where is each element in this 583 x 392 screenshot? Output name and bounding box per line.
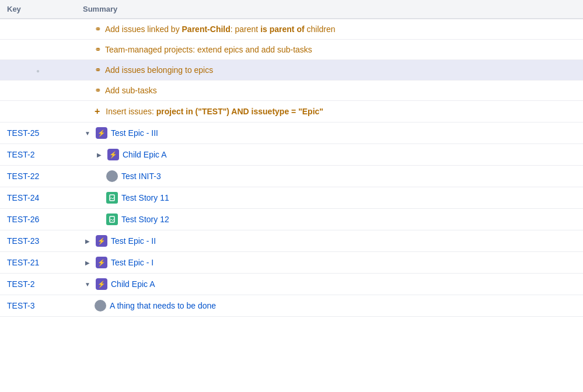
table-row: TEST-25 ▼ ⚡ Test Epic - III bbox=[0, 123, 583, 144]
info-row-subtasks: ⚭ Add sub-tasks bbox=[0, 80, 583, 101]
summary-cell-test25: ▼ ⚡ Test Epic - III bbox=[76, 123, 583, 144]
info-cell-2: ⚭ Team-managed projects: extend epics an… bbox=[76, 40, 583, 60]
info-cell-4: ⚭ Add sub-tasks bbox=[76, 80, 583, 101]
issue-key-test2a[interactable]: TEST-2 bbox=[0, 144, 76, 166]
chevron-right-icon-test23[interactable]: ▶ bbox=[83, 238, 92, 244]
insert-text: Insert issues: project in ("TEST") AND i… bbox=[106, 107, 323, 116]
summary-cell-test26: Test Story 12 bbox=[76, 209, 583, 230]
summary-cell-test3: A thing that needs to be done bbox=[76, 295, 583, 317]
chain-link-icon-1: ⚭ bbox=[95, 24, 102, 34]
chevron-down-icon-test2b[interactable]: ▼ bbox=[83, 281, 92, 288]
plus-icon: + bbox=[95, 106, 100, 117]
info-text-1: Add issues linked by Parent-Child: paren… bbox=[105, 24, 336, 34]
info-cell-1: ⚭ Add issues linked by Parent-Child: par… bbox=[76, 19, 583, 40]
bookmark-icon bbox=[109, 194, 116, 201]
key-link-test3[interactable]: TEST-3 bbox=[7, 301, 34, 310]
issue-key-test2b[interactable]: TEST-2 bbox=[0, 274, 76, 295]
table-row: TEST-22 Test INIT-3 bbox=[0, 166, 583, 187]
summary-cell-test2a: ▶ ⚡ Child Epic A bbox=[76, 144, 583, 166]
key-cell-empty bbox=[0, 80, 76, 101]
key-link-test2b[interactable]: TEST-2 bbox=[7, 279, 34, 289]
info-text-3: Add issues belonging to epics bbox=[105, 65, 213, 75]
info-row-belonging: ● ⚭ Add issues belonging to epics bbox=[0, 60, 583, 80]
key-link-test25[interactable]: TEST-25 bbox=[7, 128, 39, 138]
insert-issues-row[interactable]: + Insert issues: project in ("TEST") AND… bbox=[0, 101, 583, 123]
chevron-right-icon[interactable]: ▶ bbox=[95, 152, 104, 158]
key-link-test26[interactable]: TEST-26 bbox=[7, 215, 39, 224]
bookmark-icon-2 bbox=[109, 216, 116, 223]
issue-label-test26: Test Story 12 bbox=[121, 215, 169, 224]
key-link-test21[interactable]: TEST-21 bbox=[7, 258, 39, 267]
table-row: TEST-3 A thing that needs to be done bbox=[0, 295, 583, 317]
issue-key-test24[interactable]: TEST-24 bbox=[0, 187, 76, 209]
chain-link-icon-4: ⚭ bbox=[95, 86, 102, 95]
key-link-test24[interactable]: TEST-24 bbox=[7, 193, 39, 202]
issue-label-test24: Test Story 11 bbox=[121, 193, 169, 202]
issue-key-test25[interactable]: TEST-25 bbox=[0, 123, 76, 144]
issue-key-test21[interactable]: TEST-21 bbox=[0, 252, 76, 274]
key-cell-dot: ● bbox=[0, 60, 76, 80]
issue-label-test3: A thing that needs to be done bbox=[110, 301, 216, 310]
summary-cell-test21: ▶ ⚡ Test Epic - I bbox=[76, 252, 583, 274]
info-text-2: Team-managed projects: extend epics and … bbox=[105, 45, 312, 54]
table-row: TEST-26 Test Story 12 bbox=[0, 209, 583, 230]
key-cell-empty bbox=[0, 101, 76, 123]
insert-cell[interactable]: + Insert issues: project in ("TEST") AND… bbox=[76, 101, 583, 123]
issue-label-test22: Test INIT-3 bbox=[121, 172, 161, 181]
issue-label-test2a: Child Epic A bbox=[123, 150, 166, 159]
key-link-test22[interactable]: TEST-22 bbox=[7, 172, 39, 181]
key-cell-empty bbox=[0, 40, 76, 60]
table-row: TEST-2 ▶ ⚡ Child Epic A bbox=[0, 144, 583, 166]
issue-key-test23[interactable]: TEST-23 bbox=[0, 230, 76, 252]
summary-cell-test23: ▶ ⚡ Test Epic - II bbox=[76, 230, 583, 252]
issue-key-test26[interactable]: TEST-26 bbox=[0, 209, 76, 230]
epic-badge-test2a: ⚡ bbox=[107, 149, 119, 160]
issue-label-test25: Test Epic - III bbox=[111, 128, 158, 138]
table-row: TEST-24 Test Story 11 bbox=[0, 187, 583, 209]
epic-badge-test2b: ⚡ bbox=[96, 278, 107, 290]
column-header-summary: Summary bbox=[76, 0, 583, 19]
epic-badge-test25: ⚡ bbox=[96, 127, 107, 139]
issue-label-test2b: Child Epic A bbox=[111, 279, 155, 289]
key-cell-empty bbox=[0, 19, 76, 40]
dot-indicator: ● bbox=[36, 68, 40, 74]
issue-label-test23: Test Epic - II bbox=[111, 236, 156, 246]
story-badge-test24 bbox=[106, 192, 118, 204]
chevron-down-icon[interactable]: ▼ bbox=[83, 130, 92, 136]
issue-key-test22[interactable]: TEST-22 bbox=[0, 166, 76, 187]
table-row: TEST-2 ▼ ⚡ Child bbox=[0, 274, 583, 295]
info-row-team-managed: ⚭ Team-managed projects: extend epics an… bbox=[0, 40, 583, 60]
key-link-test2a[interactable]: TEST-2 bbox=[7, 150, 34, 159]
key-link-test23[interactable]: TEST-23 bbox=[7, 236, 39, 246]
issue-key-test3[interactable]: TEST-3 bbox=[0, 295, 76, 317]
info-text-4: Add sub-tasks bbox=[105, 86, 157, 95]
summary-cell-test2b: ▼ ⚡ Child Epic A bbox=[76, 274, 583, 295]
epic-badge-test21: ⚡ bbox=[96, 257, 107, 268]
chevron-right-icon-test21[interactable]: ▶ bbox=[83, 260, 92, 266]
story-badge-test26 bbox=[106, 214, 118, 225]
column-header-key: Key bbox=[0, 0, 76, 19]
chain-link-icon-2: ⚭ bbox=[95, 45, 102, 54]
summary-cell-test22: Test INIT-3 bbox=[76, 166, 583, 187]
init-badge-test22 bbox=[106, 170, 118, 182]
epic-badge-test23: ⚡ bbox=[96, 235, 107, 247]
info-row-parent-child: ⚭ Add issues linked by Parent-Child: par… bbox=[0, 19, 583, 40]
chain-link-icon-3: ⚭ bbox=[95, 65, 102, 75]
summary-cell-test24: Test Story 11 bbox=[76, 187, 583, 209]
info-cell-3: ⚭ Add issues belonging to epics bbox=[76, 60, 583, 80]
task-badge-test3 bbox=[95, 300, 106, 312]
issue-label-test21: Test Epic - I bbox=[111, 258, 153, 267]
table-row: TEST-21 ▶ ⚡ Test Epic - I bbox=[0, 252, 583, 274]
table-row: TEST-23 ▶ ⚡ Test Epic - II bbox=[0, 230, 583, 252]
